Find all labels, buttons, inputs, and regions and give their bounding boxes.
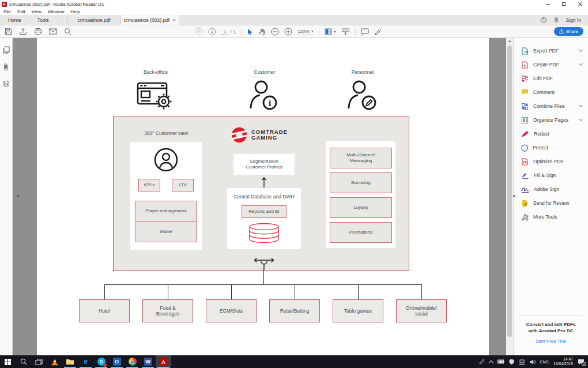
taskbar-acrobat[interactable] [156, 355, 171, 368]
combine-files-icon [521, 103, 529, 110]
tab-home[interactable]: Home [0, 15, 29, 25]
tool-edit-pdf[interactable]: Edit PDF [514, 72, 588, 85]
tool-protect[interactable]: Protect [514, 141, 588, 155]
loyalty-box: Loyalty [330, 197, 392, 218]
taskbar-clock[interactable]: 14:47 16/04/2019 [553, 357, 573, 366]
email-icon[interactable] [49, 28, 57, 35]
previous-page-icon[interactable] [195, 28, 203, 36]
scrolling-mode-icon[interactable] [341, 28, 350, 36]
zoom-in-icon[interactable] [284, 28, 292, 36]
taskbar-search-button[interactable] [16, 355, 31, 368]
windows-logo-icon [5, 359, 11, 365]
channel-retail-betting: Retail/Betting [269, 299, 320, 322]
page-display-dropdown[interactable] [325, 28, 336, 35]
chevron-down-icon[interactable] [579, 117, 583, 121]
export-pdf-icon [521, 47, 529, 55]
chrome-icon [129, 358, 137, 366]
menu-view[interactable]: View [32, 9, 42, 14]
kpi-box: KPI's [138, 179, 160, 191]
bidirectional-arrow-icon [252, 257, 276, 270]
taskbar-chrome[interactable] [125, 355, 140, 368]
save-icon[interactable] [5, 28, 12, 35]
notifications-bell-icon[interactable] [553, 17, 559, 23]
tool-comment[interactable]: Comment [514, 85, 588, 99]
network-icon[interactable] [519, 359, 525, 365]
previous-page-side-arrow[interactable]: ◄ [16, 194, 20, 198]
upload-share-icon[interactable] [19, 28, 27, 35]
reports-bi-box: Reports and BI [242, 205, 287, 218]
taskbar-vlc[interactable] [47, 355, 62, 368]
attachments-paperclip-icon[interactable] [3, 63, 9, 71]
acrobat-app-icon [2, 2, 7, 7]
tool-organize-pages[interactable]: Organize Pages [514, 113, 588, 127]
customer-view-panel: KPI's LTV Player management Wallet [130, 142, 202, 250]
tool-export-pdf[interactable]: Export PDF [514, 44, 588, 58]
tool-fill-sign[interactable]: Fill & Sign [514, 168, 588, 182]
tool-send-for-review[interactable]: Send for Review [514, 196, 588, 210]
doc-tab-crmcasinos[interactable]: crmcasinos.pdf [67, 15, 120, 25]
hidden-icons-chevron[interactable] [489, 360, 493, 365]
search-icon [20, 358, 27, 365]
taskbar-edge[interactable]: e [78, 355, 93, 368]
layers-icon[interactable] [2, 80, 10, 87]
scrollbar-thumb[interactable] [507, 46, 512, 337]
language-indicator[interactable]: ENG [540, 360, 549, 364]
battery-icon[interactable] [497, 359, 504, 364]
start-button[interactable] [0, 355, 16, 368]
svg-text:i: i [269, 99, 271, 108]
edge-icon: e [84, 357, 87, 366]
chevron-down-icon[interactable] [579, 48, 583, 52]
share-button[interactable]: Share [554, 27, 583, 36]
tool-redact[interactable]: Redact [514, 127, 588, 141]
next-page-side-arrow[interactable]: ► [512, 194, 517, 198]
tool-more-tools[interactable]: More Tools [514, 210, 588, 224]
tool-adobe-sign[interactable]: Adobe Sign [514, 182, 588, 196]
action-center-button[interactable]: 1 [578, 359, 585, 365]
task-view-button[interactable] [31, 355, 47, 368]
menu-help[interactable]: Help [70, 9, 80, 14]
menu-window[interactable]: Window [48, 9, 64, 14]
volume-icon[interactable] [530, 359, 536, 365]
pencil-tool-icon[interactable] [374, 28, 382, 36]
chevron-down-icon[interactable] [579, 103, 583, 107]
doc-tab-crmcasinos-002[interactable]: crmcasinos (002).pdf × [120, 15, 179, 25]
connector-horizontal-line [104, 284, 422, 285]
find-icon[interactable] [64, 28, 71, 35]
next-page-icon[interactable] [208, 28, 216, 36]
hand-tool-icon[interactable] [258, 28, 266, 36]
tab-close-icon[interactable]: × [172, 17, 175, 23]
connector-drop-3 [231, 284, 232, 299]
taskbar-word[interactable]: W [140, 355, 156, 368]
zoom-out-icon[interactable] [271, 28, 279, 36]
menu-file[interactable]: File [3, 9, 11, 14]
sign-in-button[interactable]: Sign In [566, 17, 581, 23]
taskbar-skype[interactable]: S [93, 355, 109, 368]
central-database-title: Central Database and DWH [227, 194, 301, 200]
tool-create-pdf[interactable]: Create PDF [514, 58, 588, 72]
close-button[interactable] [572, 0, 588, 8]
customer-icon: i [248, 80, 281, 111]
windows-ink-pen-icon[interactable] [479, 359, 485, 365]
page-thumbnails-icon[interactable] [3, 46, 10, 54]
taskbar-file-explorer[interactable] [62, 355, 78, 368]
taskbar-outlook[interactable]: O [109, 355, 125, 368]
menu-edit[interactable]: Edit [17, 9, 25, 14]
scroll-up-arrow-icon[interactable] [508, 40, 511, 42]
share-icon [559, 29, 564, 34]
tool-combine-files[interactable]: Combine Files [514, 99, 588, 113]
minimize-button[interactable] [540, 0, 556, 8]
zoom-level-dropdown[interactable]: 120% [297, 29, 313, 35]
print-icon[interactable] [34, 28, 42, 35]
tool-optimize-pdf[interactable]: Optimize PDF [514, 155, 588, 168]
restore-button[interactable] [556, 0, 572, 8]
start-free-trial-link[interactable]: Start Free Trial [536, 339, 566, 344]
optimize-pdf-icon [521, 158, 529, 166]
page-number-input[interactable]: 1 [221, 29, 228, 35]
select-tool-icon[interactable] [247, 28, 253, 36]
tab-tools[interactable]: Tools [29, 15, 57, 25]
channel-hotel: Hotel [79, 299, 130, 322]
comment-tool-icon[interactable] [361, 28, 369, 35]
chevron-down-icon[interactable] [579, 62, 583, 66]
security-shield-icon[interactable] [509, 359, 514, 365]
help-icon[interactable]: ? [541, 17, 546, 23]
